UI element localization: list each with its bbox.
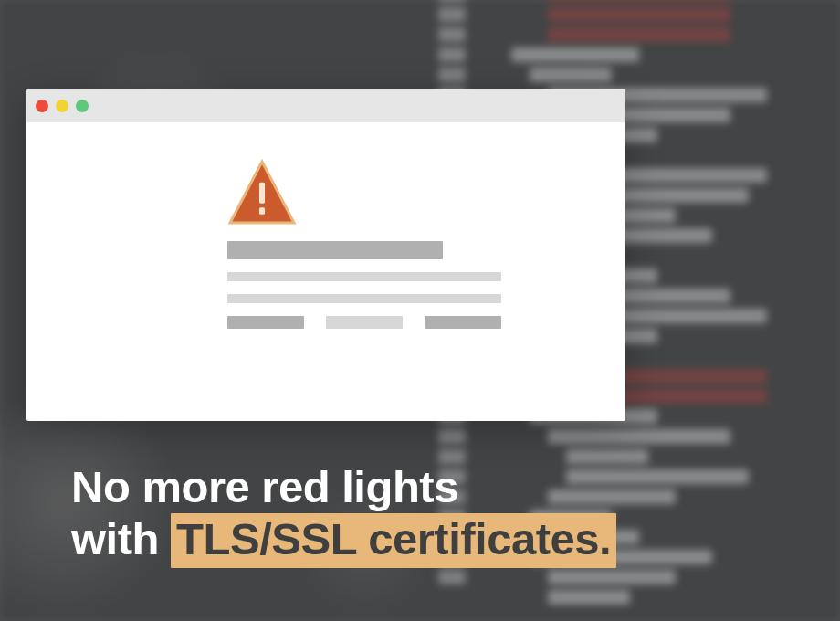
headline: No more red lights with TLS/SSL certific…	[71, 461, 616, 568]
close-icon	[36, 100, 48, 112]
headline-line-2: with TLS/SSL certificates.	[71, 513, 616, 567]
browser-window-mock	[26, 89, 625, 421]
placeholder-line	[227, 241, 443, 259]
placeholder-button	[227, 316, 304, 329]
placeholder-line	[227, 294, 501, 303]
svg-rect-1	[259, 183, 265, 204]
placeholder-button-row	[227, 316, 520, 342]
placeholder-button	[425, 316, 501, 329]
headline-highlight: TLS/SSL certificates.	[171, 513, 616, 567]
minimize-icon	[56, 100, 68, 112]
placeholder-line	[227, 272, 501, 281]
warning-triangle-icon	[227, 159, 297, 228]
placeholder-button	[326, 316, 403, 329]
headline-prefix: with	[71, 514, 159, 563]
headline-line-1: No more red lights	[71, 461, 616, 513]
error-text-placeholder	[227, 241, 520, 342]
window-titlebar	[26, 89, 625, 122]
zoom-icon	[76, 100, 89, 112]
promo-graphic: No more red lights with TLS/SSL certific…	[0, 0, 840, 621]
svg-rect-2	[259, 207, 265, 215]
window-body	[26, 122, 625, 159]
